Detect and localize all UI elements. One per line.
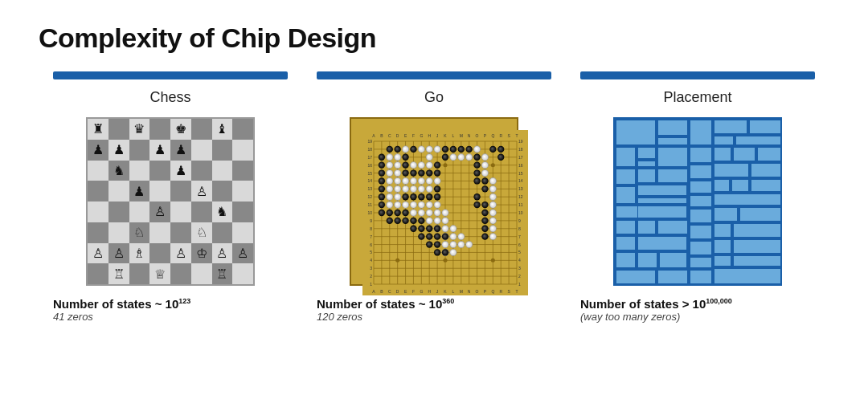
chess-cell: ♜ xyxy=(88,119,108,140)
chess-cell xyxy=(232,202,253,222)
chess-top-bar xyxy=(53,71,288,79)
chess-states-line: Number of states ~ 10123 xyxy=(53,297,288,311)
chess-cell xyxy=(170,263,191,284)
go-column: Go Number of states ~ 10360 120 zeros xyxy=(302,71,566,323)
placement-rect xyxy=(733,223,781,238)
placement-top-bar xyxy=(580,71,815,79)
placement-rect xyxy=(714,193,781,206)
placement-rect xyxy=(751,163,781,177)
chess-cell: ♖ xyxy=(108,263,129,284)
placement-rect xyxy=(657,147,688,167)
placement-rect xyxy=(714,163,749,177)
placement-rect xyxy=(714,255,731,267)
chess-cell: ♛ xyxy=(129,119,150,140)
chess-cell xyxy=(129,263,150,284)
chess-cell xyxy=(129,140,150,161)
chess-zeros: 41 zeros xyxy=(53,311,288,323)
placement-rect xyxy=(714,268,781,284)
go-label: Go xyxy=(424,89,444,106)
chess-label: Chess xyxy=(149,89,190,106)
chess-cell xyxy=(232,140,253,161)
chess-cell xyxy=(88,263,108,284)
chess-cell: ♘ xyxy=(191,222,212,243)
placement-rect xyxy=(690,165,712,179)
placement-rect xyxy=(616,186,636,204)
chess-cell: ♔ xyxy=(191,243,212,264)
chess-board: ♜♛♚♝♟♟♟♟♞♟♟♙♙♞♘♘♙♙♗♙♔♙♙♖♕♖ xyxy=(86,117,255,286)
placement-rect xyxy=(616,252,636,268)
placement-rect xyxy=(657,169,688,183)
placement-states-line: Number of states > 10100,000 xyxy=(580,297,815,311)
chess-cell xyxy=(191,161,212,181)
chess-cell: ♞ xyxy=(212,202,233,222)
placement-rect xyxy=(637,161,656,167)
chess-cell: ♙ xyxy=(170,243,191,264)
go-top-bar xyxy=(317,71,551,79)
chess-states-exp: 123 xyxy=(178,297,190,305)
placement-rect xyxy=(739,207,781,222)
placement-rect xyxy=(714,179,730,192)
go-canvas xyxy=(362,130,528,295)
placement-rect xyxy=(690,270,712,284)
chess-cell xyxy=(149,161,170,181)
go-states-prefix: Number of states ~ 10 xyxy=(317,297,442,311)
placement-zeros: (way too many zeros) xyxy=(580,311,815,323)
chess-cell xyxy=(149,181,170,202)
chess-cell xyxy=(212,222,233,243)
chess-cell xyxy=(232,263,253,284)
chess-cell xyxy=(170,181,191,202)
placement-rect xyxy=(690,195,712,207)
placement-rect xyxy=(637,185,687,196)
placement-rect xyxy=(714,223,731,238)
chess-cell xyxy=(108,222,129,243)
placement-rect xyxy=(616,169,636,185)
page-title: Complexity of Chip Design xyxy=(39,22,829,54)
chess-cell xyxy=(191,202,212,222)
placement-rect xyxy=(714,120,747,134)
chess-cell: ♞ xyxy=(108,161,129,181)
go-zeros: 120 zeros xyxy=(317,311,551,323)
chess-cell xyxy=(149,243,170,264)
chess-cell xyxy=(232,181,253,202)
placement-rect xyxy=(714,239,731,254)
chess-cell: ♖ xyxy=(212,263,233,284)
placement-rect xyxy=(690,120,712,145)
chess-cell: ♟ xyxy=(170,161,191,181)
chess-cell xyxy=(88,161,108,181)
placement-rect xyxy=(735,136,781,145)
chess-cell xyxy=(108,181,129,202)
columns-container: Chess ♜♛♚♝♟♟♟♟♞♟♟♙♙♞♘♘♙♙♗♙♔♙♙♖♕♖ Number … xyxy=(39,71,829,323)
chess-cell xyxy=(191,263,212,284)
chess-cell xyxy=(232,222,253,243)
chess-cell xyxy=(212,181,233,202)
chess-cell xyxy=(170,222,191,243)
go-board xyxy=(350,117,518,286)
chess-cell xyxy=(108,202,129,222)
placement-rect xyxy=(690,181,712,193)
chess-cell xyxy=(149,119,170,140)
placement-rect xyxy=(657,137,688,145)
chess-cell: ♙ xyxy=(191,181,212,202)
placement-rect xyxy=(751,179,781,192)
chess-cell: ♚ xyxy=(170,119,191,140)
chess-cell: ♟ xyxy=(88,140,108,161)
placement-rect xyxy=(749,120,781,134)
placement-rect xyxy=(637,147,656,159)
chess-cell: ♙ xyxy=(88,243,108,264)
chess-cell xyxy=(149,222,170,243)
chess-cell: ♕ xyxy=(149,263,170,284)
placement-rect xyxy=(616,270,656,284)
placement-rect xyxy=(637,197,687,204)
chess-cell: ♙ xyxy=(232,243,253,264)
placement-states-prefix: Number of states > 10 xyxy=(580,297,706,311)
placement-rect xyxy=(731,179,749,192)
chess-cell: ♟ xyxy=(149,140,170,161)
placement-rect xyxy=(733,255,781,267)
go-states-line: Number of states ~ 10360 xyxy=(317,297,551,311)
placement-rect xyxy=(714,207,738,222)
chess-cell xyxy=(170,202,191,222)
placement-rect xyxy=(690,209,712,223)
chess-cell: ♙ xyxy=(212,243,233,264)
chess-cell xyxy=(212,140,233,161)
placement-rect xyxy=(757,147,781,161)
